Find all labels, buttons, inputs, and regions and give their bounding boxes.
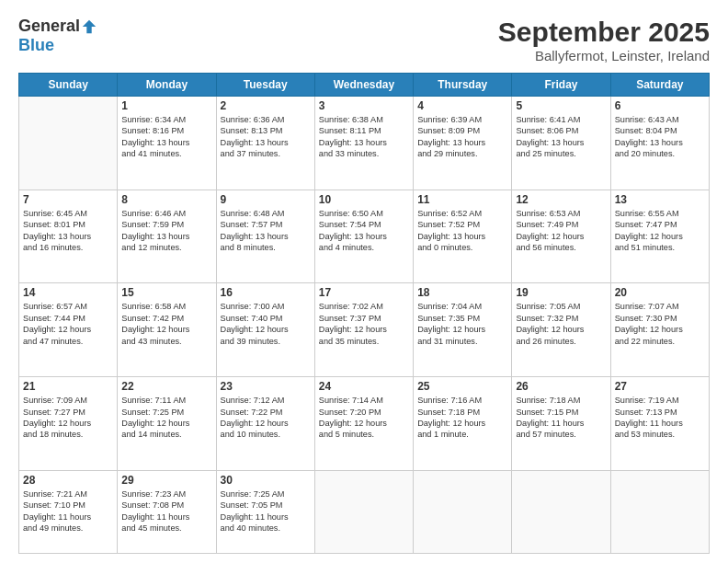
day-info: Sunrise: 7:04 AMSunset: 7:35 PMDaylight:…: [417, 301, 507, 347]
day-number: 17: [319, 286, 409, 299]
day-info: Sunrise: 6:45 AMSunset: 8:01 PMDaylight:…: [23, 208, 113, 254]
calendar-cell: [610, 470, 709, 553]
calendar-cell: 25Sunrise: 7:16 AMSunset: 7:18 PMDayligh…: [414, 377, 512, 471]
day-number: 9: [221, 193, 311, 206]
day-number: 7: [23, 193, 113, 206]
calendar-cell: 1Sunrise: 6:34 AMSunset: 8:16 PMDaylight…: [118, 97, 216, 190]
day-info: Sunrise: 7:07 AMSunset: 7:30 PMDaylight:…: [615, 301, 705, 347]
day-number: 27: [615, 380, 705, 393]
day-number: 30: [221, 474, 311, 487]
calendar-cell: 30Sunrise: 7:25 AMSunset: 7:05 PMDayligh…: [216, 470, 314, 553]
page-subtitle: Ballyfermot, Leinster, Ireland: [498, 48, 710, 63]
day-info: Sunrise: 6:43 AMSunset: 8:04 PMDaylight:…: [615, 114, 705, 160]
day-info: Sunrise: 7:14 AMSunset: 7:20 PMDaylight:…: [319, 395, 409, 441]
day-number: 6: [615, 99, 705, 112]
calendar-cell: 4Sunrise: 6:39 AMSunset: 8:09 PMDaylight…: [414, 97, 512, 190]
day-info: Sunrise: 6:36 AMSunset: 8:13 PMDaylight:…: [221, 114, 311, 160]
day-number: 8: [121, 193, 211, 206]
calendar-cell: 18Sunrise: 7:04 AMSunset: 7:35 PMDayligh…: [414, 283, 512, 377]
day-number: 24: [319, 380, 409, 393]
day-info: Sunrise: 6:46 AMSunset: 7:59 PMDaylight:…: [121, 208, 211, 254]
calendar-cell: 23Sunrise: 7:12 AMSunset: 7:22 PMDayligh…: [216, 377, 314, 471]
calendar-header-row: SundayMondayTuesdayWednesdayThursdayFrid…: [19, 74, 710, 97]
calendar-cell: 13Sunrise: 6:55 AMSunset: 7:47 PMDayligh…: [610, 190, 709, 283]
day-number: 11: [417, 193, 507, 206]
day-number: 14: [23, 286, 113, 299]
calendar-cell: 28Sunrise: 7:21 AMSunset: 7:10 PMDayligh…: [19, 470, 118, 553]
day-info: Sunrise: 7:25 AMSunset: 7:05 PMDaylight:…: [221, 488, 311, 534]
day-number: 1: [121, 99, 211, 112]
calendar-week-row: 1Sunrise: 6:34 AMSunset: 8:16 PMDaylight…: [19, 97, 710, 190]
logo-icon: [81, 18, 97, 35]
header: General Blue September 2025 Ballyfermot,…: [18, 17, 710, 63]
title-block: September 2025 Ballyfermot, Leinster, Ir…: [498, 17, 710, 63]
day-number: 28: [23, 474, 113, 487]
calendar-cell: 9Sunrise: 6:48 AMSunset: 7:57 PMDaylight…: [216, 190, 314, 283]
day-number: 3: [319, 99, 409, 112]
calendar-cell: 3Sunrise: 6:38 AMSunset: 8:11 PMDaylight…: [314, 97, 413, 190]
day-info: Sunrise: 6:34 AMSunset: 8:16 PMDaylight:…: [121, 114, 211, 160]
day-info: Sunrise: 6:57 AMSunset: 7:44 PMDaylight:…: [23, 301, 113, 347]
day-info: Sunrise: 6:58 AMSunset: 7:42 PMDaylight:…: [121, 301, 211, 347]
day-info: Sunrise: 7:19 AMSunset: 7:13 PMDaylight:…: [615, 395, 705, 441]
calendar-week-row: 7Sunrise: 6:45 AMSunset: 8:01 PMDaylight…: [19, 190, 710, 283]
day-info: Sunrise: 6:48 AMSunset: 7:57 PMDaylight:…: [221, 208, 311, 254]
day-number: 4: [417, 99, 507, 112]
day-info: Sunrise: 6:53 AMSunset: 7:49 PMDaylight:…: [516, 208, 606, 254]
day-info: Sunrise: 7:05 AMSunset: 7:32 PMDaylight:…: [516, 301, 606, 347]
calendar-cell: 19Sunrise: 7:05 AMSunset: 7:32 PMDayligh…: [512, 283, 610, 377]
calendar-cell: [19, 97, 118, 190]
calendar-day-header: Wednesday: [314, 74, 413, 97]
calendar-day-header: Tuesday: [216, 74, 314, 97]
calendar-cell: 21Sunrise: 7:09 AMSunset: 7:27 PMDayligh…: [19, 377, 118, 471]
calendar-cell: 14Sunrise: 6:57 AMSunset: 7:44 PMDayligh…: [19, 283, 118, 377]
day-number: 23: [221, 380, 311, 393]
page: General Blue September 2025 Ballyfermot,…: [0, 0, 728, 563]
calendar-cell: 15Sunrise: 6:58 AMSunset: 7:42 PMDayligh…: [118, 283, 216, 377]
day-info: Sunrise: 6:52 AMSunset: 7:52 PMDaylight:…: [417, 208, 507, 254]
day-number: 2: [221, 99, 311, 112]
day-number: 29: [121, 474, 211, 487]
day-info: Sunrise: 6:55 AMSunset: 7:47 PMDaylight:…: [615, 208, 705, 254]
day-number: 26: [516, 380, 606, 393]
calendar-table: SundayMondayTuesdayWednesdayThursdayFrid…: [18, 73, 710, 554]
calendar-week-row: 21Sunrise: 7:09 AMSunset: 7:27 PMDayligh…: [19, 377, 710, 471]
day-info: Sunrise: 6:39 AMSunset: 8:09 PMDaylight:…: [417, 114, 507, 160]
day-info: Sunrise: 7:09 AMSunset: 7:27 PMDaylight:…: [23, 395, 113, 441]
calendar-cell: 2Sunrise: 6:36 AMSunset: 8:13 PMDaylight…: [216, 97, 314, 190]
day-number: 18: [417, 286, 507, 299]
page-title: September 2025: [498, 17, 710, 48]
day-number: 19: [516, 286, 606, 299]
day-number: 16: [221, 286, 311, 299]
day-info: Sunrise: 7:02 AMSunset: 7:37 PMDaylight:…: [319, 301, 409, 347]
day-info: Sunrise: 6:50 AMSunset: 7:54 PMDaylight:…: [319, 208, 409, 254]
day-info: Sunrise: 7:23 AMSunset: 7:08 PMDaylight:…: [121, 488, 211, 534]
day-info: Sunrise: 7:16 AMSunset: 7:18 PMDaylight:…: [417, 395, 507, 441]
calendar-day-header: Thursday: [414, 74, 512, 97]
day-number: 22: [121, 380, 211, 393]
calendar-day-header: Friday: [512, 74, 610, 97]
day-info: Sunrise: 7:21 AMSunset: 7:10 PMDaylight:…: [23, 488, 113, 534]
calendar-cell: [414, 470, 512, 553]
logo-blue-text: Blue: [18, 36, 54, 54]
calendar-cell: 8Sunrise: 6:46 AMSunset: 7:59 PMDaylight…: [118, 190, 216, 283]
calendar-cell: 7Sunrise: 6:45 AMSunset: 8:01 PMDaylight…: [19, 190, 118, 283]
calendar-day-header: Monday: [118, 74, 216, 97]
calendar-cell: 12Sunrise: 6:53 AMSunset: 7:49 PMDayligh…: [512, 190, 610, 283]
day-number: 10: [319, 193, 409, 206]
calendar-cell: 29Sunrise: 7:23 AMSunset: 7:08 PMDayligh…: [118, 470, 216, 553]
logo: General Blue: [18, 17, 97, 55]
day-info: Sunrise: 7:12 AMSunset: 7:22 PMDaylight:…: [221, 395, 311, 441]
calendar-cell: 11Sunrise: 6:52 AMSunset: 7:52 PMDayligh…: [414, 190, 512, 283]
day-info: Sunrise: 7:00 AMSunset: 7:40 PMDaylight:…: [221, 301, 311, 347]
day-info: Sunrise: 7:18 AMSunset: 7:15 PMDaylight:…: [516, 395, 606, 441]
logo-general-text: General: [18, 17, 80, 36]
calendar-cell: 20Sunrise: 7:07 AMSunset: 7:30 PMDayligh…: [610, 283, 709, 377]
day-number: 25: [417, 380, 507, 393]
calendar-day-header: Saturday: [610, 74, 709, 97]
calendar-week-row: 14Sunrise: 6:57 AMSunset: 7:44 PMDayligh…: [19, 283, 710, 377]
calendar-cell: 26Sunrise: 7:18 AMSunset: 7:15 PMDayligh…: [512, 377, 610, 471]
calendar-cell: 24Sunrise: 7:14 AMSunset: 7:20 PMDayligh…: [314, 377, 413, 471]
day-info: Sunrise: 6:41 AMSunset: 8:06 PMDaylight:…: [516, 114, 606, 160]
day-number: 20: [615, 286, 705, 299]
